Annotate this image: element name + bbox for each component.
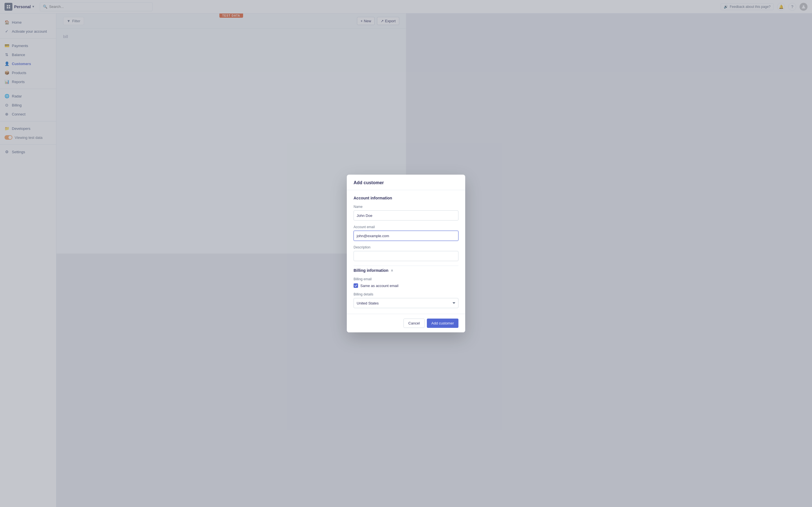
- email-group: Account email: [354, 225, 406, 241]
- description-group: Description: [354, 245, 406, 253]
- name-group: Name: [354, 205, 406, 221]
- name-label: Name: [354, 205, 406, 209]
- account-email-input[interactable]: [354, 231, 406, 241]
- add-customer-modal: Add customer Account information Name Ac…: [347, 175, 406, 253]
- modal-body: Account information Name Account email D…: [347, 190, 406, 253]
- description-input[interactable]: [354, 251, 406, 253]
- account-section-title: Account information: [354, 196, 406, 200]
- modal-title: Add customer: [354, 180, 384, 185]
- modal-overlay[interactable]: Add customer Account information Name Ac…: [0, 0, 406, 253]
- email-label: Account email: [354, 225, 406, 229]
- modal-header: Add customer: [347, 175, 406, 190]
- description-label: Description: [354, 245, 406, 249]
- name-input[interactable]: [354, 210, 406, 221]
